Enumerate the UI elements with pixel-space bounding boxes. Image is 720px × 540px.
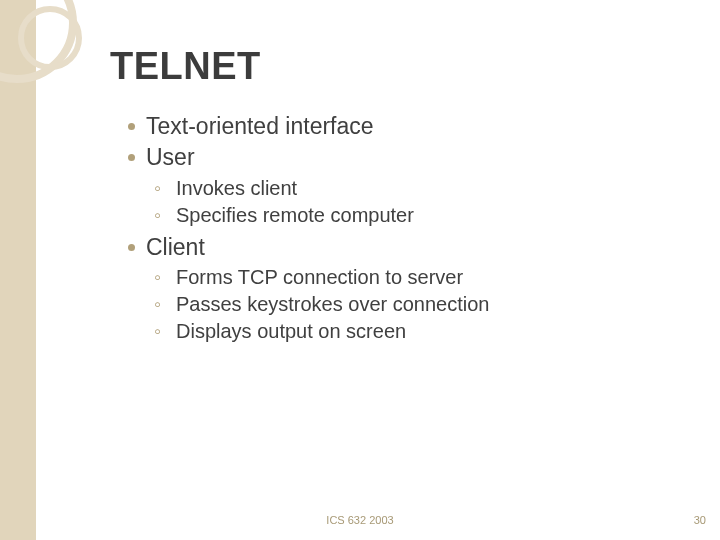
bullet-level1: Text-oriented interface: [128, 112, 680, 141]
slide-title: TELNET: [110, 45, 261, 88]
bullet-level2: Displays output on screen: [128, 318, 680, 344]
content-body: Text-oriented interface User Invokes cli…: [128, 112, 680, 345]
footer-page-number: 30: [694, 514, 706, 526]
side-stripe: [0, 0, 36, 540]
bullet-level1: User: [128, 143, 680, 172]
bullet-level1: Client: [128, 233, 680, 262]
footer-course-label: ICS 632 2003: [0, 514, 720, 526]
bullet-level2: Forms TCP connection to server: [128, 264, 680, 290]
bullet-level2: Invokes client: [128, 175, 680, 201]
bullet-level2: Passes keystrokes over connection: [128, 291, 680, 317]
bullet-level2: Specifies remote computer: [128, 202, 680, 228]
